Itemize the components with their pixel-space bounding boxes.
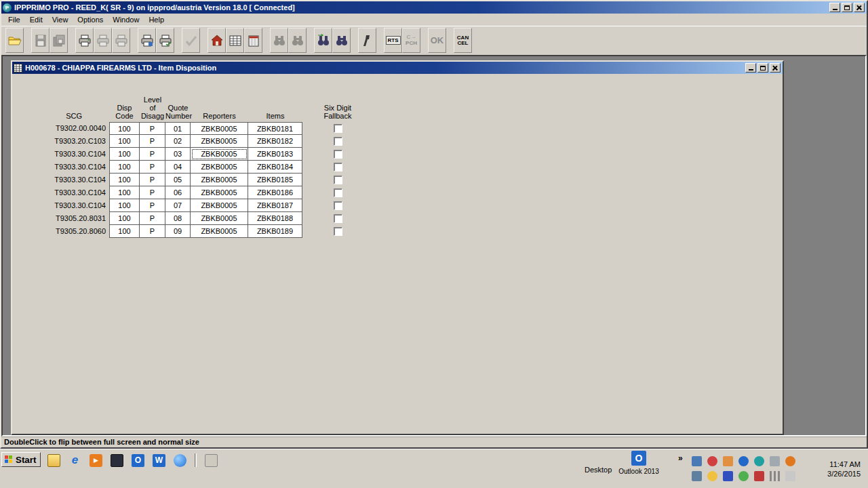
- grid-view-button[interactable]: [226, 28, 244, 53]
- find-percent-button[interactable]: [270, 28, 288, 53]
- photo-app-icon[interactable]: [111, 454, 123, 467]
- item-cell[interactable]: ZBKB0182: [248, 135, 302, 148]
- sync-alert-icon[interactable]: [754, 471, 764, 481]
- outlook-tray-icon[interactable]: [738, 456, 749, 466]
- item-cell[interactable]: ZBKB0183: [248, 148, 302, 161]
- media-player-icon[interactable]: ▶: [90, 454, 102, 467]
- word-icon[interactable]: W: [153, 454, 165, 467]
- reporter-cell[interactable]: ZBKB0005: [191, 161, 248, 174]
- item-cell[interactable]: ZBKB0187: [248, 199, 302, 212]
- reporter-cell[interactable]: ZBKB0005: [191, 148, 248, 161]
- app-orange-icon[interactable]: [723, 456, 733, 466]
- menu-view[interactable]: View: [47, 14, 73, 25]
- disp-code-cell[interactable]: 100: [109, 212, 140, 225]
- menu-options[interactable]: Options: [73, 14, 108, 25]
- restore-button[interactable]: [842, 3, 852, 12]
- browser-globe-icon[interactable]: [174, 454, 186, 467]
- skype-icon[interactable]: [738, 471, 749, 481]
- start-button[interactable]: Start: [1, 452, 41, 467]
- six-digit-fallback-checkbox[interactable]: [334, 201, 342, 210]
- clock-app-icon[interactable]: [785, 456, 795, 466]
- level-cell[interactable]: P: [140, 225, 165, 238]
- disp-code-cell[interactable]: 100: [109, 225, 140, 238]
- item-cell[interactable]: ZBKB0184: [248, 161, 302, 174]
- disp-code-cell[interactable]: 100: [109, 186, 140, 199]
- quote-cell[interactable]: 09: [165, 225, 191, 238]
- disp-code-cell[interactable]: 100: [109, 174, 140, 186]
- child-close-button[interactable]: [770, 63, 781, 73]
- calculator-icon[interactable]: [205, 454, 218, 467]
- rts-button[interactable]: RTS: [384, 28, 402, 53]
- reporter-cell[interactable]: ZBKB0005: [191, 186, 248, 199]
- level-cell[interactable]: P: [140, 122, 165, 135]
- save-all-button[interactable]: [50, 28, 68, 53]
- close-button[interactable]: [854, 3, 865, 12]
- status-bar[interactable]: DoubleClick to flip between full screen …: [1, 436, 867, 447]
- six-digit-fallback-checkbox[interactable]: [334, 176, 342, 184]
- network-computer-icon[interactable]: [692, 456, 702, 466]
- find-button[interactable]: [288, 28, 307, 53]
- level-cell[interactable]: P: [140, 212, 165, 225]
- pch-button[interactable]: C→ PCH: [402, 28, 420, 53]
- outlook-2013-shortcut[interactable]: O Outlook 2013: [616, 451, 662, 475]
- open-button[interactable]: [5, 28, 24, 53]
- quote-cell[interactable]: 01: [165, 122, 191, 135]
- approve-button[interactable]: [182, 28, 200, 53]
- print-button[interactable]: [75, 28, 94, 53]
- quote-cell[interactable]: 07: [165, 199, 191, 212]
- save-button[interactable]: [31, 28, 50, 53]
- six-digit-fallback-checkbox[interactable]: [334, 124, 342, 133]
- level-cell[interactable]: P: [140, 186, 165, 199]
- quote-cell[interactable]: 05: [165, 174, 191, 186]
- find-next-button[interactable]: [314, 28, 332, 53]
- menu-edit[interactable]: Edit: [25, 14, 47, 25]
- reporter-cell[interactable]: ZBKB0005: [191, 199, 248, 212]
- quote-cell[interactable]: 08: [165, 212, 191, 225]
- level-cell[interactable]: P: [140, 135, 165, 148]
- taskbar-clock[interactable]: 11:47 AM 3/26/2015: [802, 460, 866, 479]
- search-button[interactable]: [332, 28, 351, 53]
- print-check-button[interactable]: [156, 28, 174, 53]
- item-cell[interactable]: ZBKB0188: [248, 212, 302, 225]
- item-cell[interactable]: ZBKB0189: [248, 225, 302, 238]
- toolbar-chevron[interactable]: »: [678, 453, 683, 463]
- six-digit-fallback-checkbox[interactable]: [334, 214, 342, 223]
- item-cell[interactable]: ZBKB0186: [248, 186, 302, 199]
- folder-icon[interactable]: [47, 454, 60, 467]
- disp-code-cell[interactable]: 100: [109, 135, 140, 148]
- disp-code-cell[interactable]: 100: [109, 122, 140, 135]
- shield-icon[interactable]: [723, 471, 733, 481]
- disp-code-cell[interactable]: 100: [109, 199, 140, 212]
- item-cell[interactable]: ZBKB0185: [248, 174, 302, 186]
- quote-cell[interactable]: 04: [165, 161, 191, 174]
- level-cell[interactable]: P: [140, 161, 165, 174]
- ok-button[interactable]: OK: [428, 28, 446, 53]
- messenger-icon[interactable]: [707, 471, 717, 481]
- quote-cell[interactable]: 03: [165, 148, 191, 161]
- minimize-button[interactable]: [829, 3, 840, 12]
- signal-strength-icon[interactable]: [770, 471, 780, 481]
- reporter-cell[interactable]: ZBKB0005: [191, 225, 248, 238]
- outlook-icon[interactable]: O: [132, 454, 144, 467]
- tool-button[interactable]: [358, 28, 376, 53]
- home-button[interactable]: [208, 28, 226, 53]
- six-digit-fallback-checkbox[interactable]: [334, 150, 342, 159]
- disp-code-cell[interactable]: 100: [109, 148, 140, 161]
- six-digit-fallback-checkbox[interactable]: [334, 137, 342, 146]
- level-cell[interactable]: P: [140, 148, 165, 161]
- reporter-cell[interactable]: ZBKB0005: [191, 212, 248, 225]
- level-cell[interactable]: P: [140, 174, 165, 186]
- print-2-button[interactable]: [94, 28, 112, 53]
- print-3-button[interactable]: [112, 28, 130, 53]
- display-icon[interactable]: [770, 456, 780, 466]
- antivirus-alert-icon[interactable]: [707, 456, 717, 466]
- item-cell[interactable]: ZBKB0181: [248, 122, 302, 135]
- menu-window[interactable]: Window: [108, 14, 144, 25]
- calendar-button[interactable]: [244, 28, 262, 53]
- cancel-button[interactable]: CAN CEL: [454, 28, 472, 53]
- menu-file[interactable]: File: [3, 14, 25, 25]
- reporter-cell[interactable]: ZBKB0005: [191, 122, 248, 135]
- disp-code-cell[interactable]: 100: [109, 161, 140, 174]
- lync-icon[interactable]: [754, 456, 764, 466]
- six-digit-fallback-checkbox[interactable]: [334, 227, 342, 236]
